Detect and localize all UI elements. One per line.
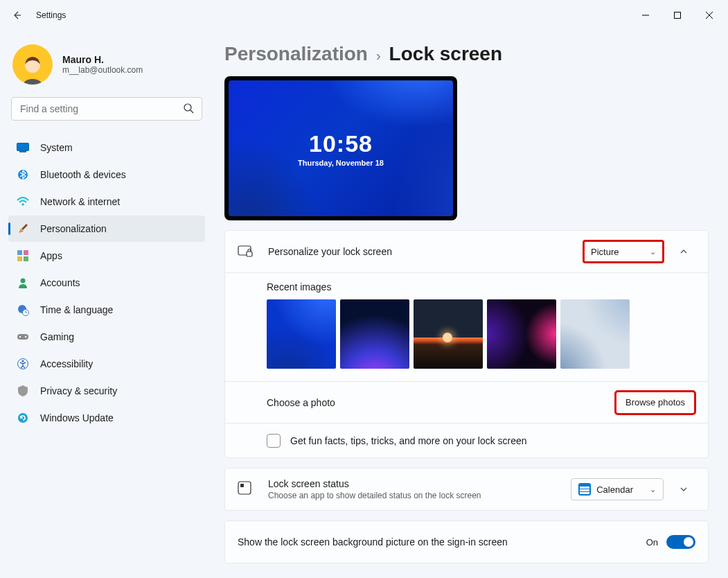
- sidebar-item-accounts[interactable]: Accounts: [8, 270, 205, 296]
- background-type-select[interactable]: Picture ⌄: [583, 240, 664, 263]
- svg-rect-0: [675, 12, 681, 19]
- sidebar-item-apps[interactable]: Apps: [8, 243, 205, 269]
- maximize-button[interactable]: [662, 4, 693, 26]
- minimize-button[interactable]: [630, 4, 662, 26]
- lockscreen-icon: [238, 245, 253, 258]
- preview-date: Thursday, November 18: [298, 159, 384, 167]
- bluetooth-icon: [17, 168, 29, 181]
- shield-icon: [17, 385, 29, 397]
- svg-point-11: [21, 279, 26, 283]
- sidebar-item-time[interactable]: Time & language: [8, 297, 205, 323]
- breadcrumb-root[interactable]: Personalization: [224, 43, 368, 65]
- sidebar-item-label: Gaming: [40, 331, 74, 342]
- recent-image-thumb[interactable]: [267, 299, 336, 369]
- apps-icon: [17, 249, 29, 262]
- recent-image-thumb[interactable]: [487, 299, 556, 369]
- breadcrumb: Personalization › Lock screen: [224, 43, 709, 65]
- recent-image-thumb[interactable]: [414, 299, 483, 369]
- chevron-right-icon: ›: [376, 48, 381, 64]
- profile-email: m__lab@outlook.com: [62, 65, 143, 75]
- svg-rect-7: [17, 250, 22, 255]
- title-bar: Settings: [0, 0, 728, 30]
- wifi-icon: [17, 195, 29, 208]
- toggle-state-label: On: [646, 537, 658, 548]
- chevron-down-icon: ⌄: [639, 247, 656, 256]
- svg-rect-3: [17, 143, 29, 151]
- svg-point-6: [21, 203, 24, 206]
- close-icon: [706, 12, 713, 19]
- search-input[interactable]: [11, 97, 202, 121]
- fun-facts-checkbox[interactable]: [267, 434, 281, 448]
- sidebar-item-label: Personalization: [40, 223, 107, 234]
- status-app-select[interactable]: Calendar ⌄: [571, 478, 664, 500]
- sidebar-item-label: Accounts: [40, 277, 80, 288]
- maximize-icon: [674, 12, 681, 19]
- sidebar-item-label: Privacy & security: [40, 385, 117, 396]
- sidebar-item-label: Time & language: [40, 304, 113, 315]
- avatar-icon: [15, 53, 50, 85]
- svg-rect-22: [238, 482, 251, 494]
- sidebar-item-bluetooth[interactable]: Bluetooth & devices: [8, 161, 205, 188]
- signin-background-toggle[interactable]: [666, 535, 695, 549]
- system-icon: [17, 141, 29, 154]
- avatar: [12, 44, 53, 85]
- status-subtitle: Choose an app to show detailed status on…: [268, 491, 481, 500]
- signin-card: Show the lock screen background picture …: [224, 520, 709, 563]
- svg-rect-23: [240, 484, 244, 487]
- sidebar-item-system[interactable]: System: [8, 134, 205, 161]
- profile-name: Mauro H.: [62, 54, 143, 65]
- svg-rect-9: [17, 256, 22, 261]
- update-icon: [17, 412, 29, 424]
- window-title: Settings: [36, 10, 66, 20]
- sidebar-item-label: Network & internet: [40, 196, 120, 207]
- svg-rect-8: [24, 250, 28, 255]
- sidebar-item-accessibility[interactable]: Accessibility: [8, 351, 205, 377]
- arrow-left-icon: [11, 10, 22, 21]
- svg-rect-10: [24, 256, 28, 261]
- browse-photos-button[interactable]: Browse photos: [615, 391, 695, 414]
- profile-block[interactable]: Mauro H. m__lab@outlook.com: [6, 42, 208, 97]
- lockscreen-preview: 10:58 Thursday, November 18: [224, 76, 457, 220]
- main-content: Personalization › Lock screen 10:58 Thur…: [216, 30, 728, 578]
- sidebar-item-gaming[interactable]: Gaming: [8, 324, 205, 350]
- sidebar-item-label: Accessibility: [40, 358, 93, 369]
- calendar-icon: [578, 483, 591, 496]
- personalize-card: Personalize your lock screen Picture ⌄ R…: [224, 230, 709, 458]
- personalize-title: Personalize your lock screen: [268, 246, 392, 257]
- svg-rect-21: [247, 252, 252, 256]
- sidebar-item-label: Windows Update: [40, 412, 114, 423]
- globe-clock-icon: [17, 304, 29, 316]
- sidebar-item-label: Apps: [40, 250, 62, 261]
- chevron-down-icon: ⌄: [639, 485, 656, 494]
- sidebar-item-network[interactable]: Network & internet: [8, 189, 205, 215]
- status-icon: [238, 481, 253, 498]
- back-button[interactable]: [3, 1, 30, 29]
- chevron-down-icon: [679, 484, 689, 494]
- recent-image-thumb[interactable]: [560, 299, 630, 369]
- sidebar-item-label: System: [40, 142, 73, 153]
- minimize-icon: [642, 12, 649, 19]
- status-title: Lock screen status: [268, 478, 481, 489]
- recent-images-label: Recent images: [267, 281, 695, 292]
- expand-button[interactable]: [672, 240, 695, 263]
- recent-image-thumb[interactable]: [340, 299, 409, 369]
- svg-point-15: [19, 336, 21, 338]
- recent-images-row: [267, 299, 695, 369]
- fun-facts-label: Get fun facts, tips, tricks, and more on…: [290, 435, 527, 446]
- sidebar-item-label: Bluetooth & devices: [40, 169, 126, 180]
- sidebar: Mauro H. m__lab@outlook.com System Bluet…: [0, 30, 216, 578]
- sidebar-item-privacy[interactable]: Privacy & security: [8, 378, 205, 404]
- signin-background-label: Show the lock screen background picture …: [238, 536, 508, 548]
- person-icon: [17, 277, 29, 289]
- chevron-up-icon: [679, 247, 689, 256]
- expand-button[interactable]: [672, 478, 695, 501]
- select-value: Picture: [591, 247, 619, 257]
- sidebar-item-personalization[interactable]: Personalization: [8, 216, 205, 242]
- status-card: Lock screen status Choose an app to show…: [224, 468, 709, 511]
- sidebar-item-update[interactable]: Windows Update: [8, 405, 205, 431]
- select-value: Calendar: [596, 484, 633, 495]
- svg-point-18: [21, 360, 24, 362]
- svg-rect-14: [17, 334, 28, 340]
- close-button[interactable]: [693, 4, 725, 26]
- page-title: Lock screen: [389, 43, 502, 65]
